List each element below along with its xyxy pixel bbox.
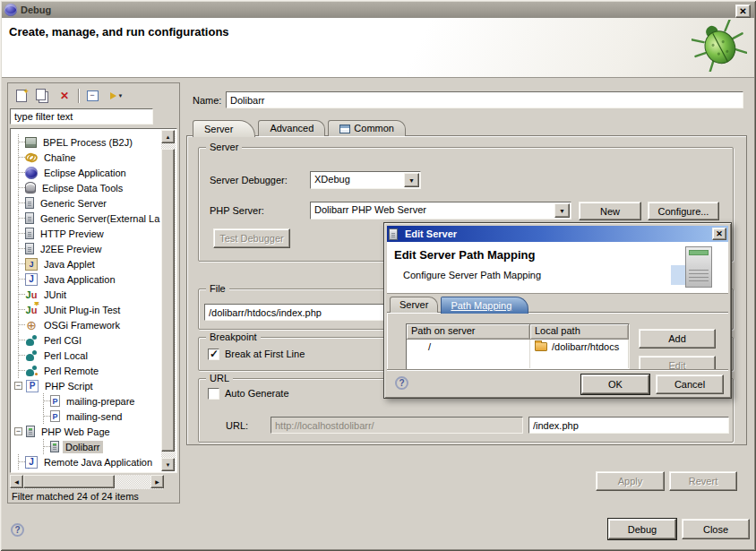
breakpoint-group-legend: Breakpoint <box>206 331 261 342</box>
tree-item-j2ee-preview[interactable]: J2EE Preview <box>11 241 161 256</box>
tree-item-bpel-process-b2j-[interactable]: BPEL Process (B2J) <box>11 134 161 150</box>
edit-server-body: Path on serverLocal path //dolibarr/htdo… <box>387 312 728 369</box>
cancel-button[interactable]: Cancel <box>656 375 724 394</box>
tree-item-php-script[interactable]: −PPHP Script <box>11 378 161 393</box>
auto-generate-label: Auto Generate <box>225 388 289 399</box>
php-file-icon: P <box>50 395 60 407</box>
tree-item-label: JUnit <box>41 288 69 301</box>
tab-common[interactable]: Common <box>328 120 406 136</box>
tab-server[interactable]: Server <box>193 120 255 137</box>
add-mapping-button[interactable]: Add <box>639 329 716 349</box>
collapse-expander-icon[interactable]: − <box>14 382 22 390</box>
tree-guide <box>13 332 25 348</box>
tree-guide <box>38 393 50 409</box>
tree-guide <box>13 180 25 195</box>
tree-item-generic-server[interactable]: Generic Server <box>11 195 161 211</box>
chevron-down-icon[interactable]: ▼ <box>404 173 419 187</box>
horizontal-scroll-thumb[interactable] <box>23 475 115 488</box>
test-debugger-button[interactable]: Test Debugger <box>213 228 290 248</box>
tree-item-junit[interactable]: JuJUnit <box>11 287 161 302</box>
debug-button[interactable]: Debug <box>608 519 676 539</box>
column-header-local-path[interactable]: Local path <box>530 324 629 340</box>
tree-item-perl-remote[interactable]: Perl Remote <box>11 363 161 378</box>
filter-input[interactable] <box>10 108 153 125</box>
tab-path-mapping[interactable]: Path Mapping <box>441 297 528 314</box>
junit-plugin-icon: Ju <box>25 304 38 316</box>
help-icon[interactable] <box>11 523 24 537</box>
url-path-input[interactable] <box>528 417 729 434</box>
tree-guide <box>13 195 25 211</box>
tree-item-java-application[interactable]: JJava Application <box>11 271 161 287</box>
new-server-button[interactable]: New <box>579 202 641 220</box>
edit-server-dialog: Edit Server ✕ Edit Server Path Mapping C… <box>383 222 732 399</box>
empty-row <box>407 354 629 368</box>
server-group-legend: Server <box>206 142 242 152</box>
vertical-scrollbar[interactable]: ▲ ▼ <box>161 130 176 471</box>
path-on-server-cell: / <box>407 340 530 354</box>
server-debugger-label: Server Debugger: <box>210 175 288 185</box>
mapping-row[interactable]: //dolibarr/htdocs <box>407 340 629 354</box>
new-config-icon[interactable] <box>13 89 30 103</box>
tree-item-eclipse-data-tools[interactable]: Eclipse Data Tools <box>11 180 161 195</box>
collapse-all-icon[interactable] <box>84 89 100 103</box>
auto-generate-checkbox[interactable] <box>208 388 219 400</box>
tree-item-generic-server-external-la[interactable]: Generic Server(External La <box>11 211 161 226</box>
edit-server-close-button[interactable]: ✕ <box>712 228 726 240</box>
title-bar[interactable]: Debug ✕ <box>2 2 754 18</box>
scroll-down-icon[interactable]: ▼ <box>161 458 175 471</box>
apply-button[interactable]: Apply <box>596 471 665 491</box>
debug-configurations-dialog: Debug ✕ Create, manage, and run configur… <box>0 0 756 551</box>
name-input[interactable] <box>226 91 743 108</box>
tree-item-label: Chaîne <box>41 151 78 164</box>
tree-item-cha-ne[interactable]: Chaîne <box>11 150 161 165</box>
php-server-select[interactable]: Dolibarr PHP Web Server ▼ <box>310 202 571 220</box>
server-debugger-select[interactable]: XDebug ▼ <box>310 171 421 189</box>
edit-server-help-icon[interactable] <box>395 376 408 390</box>
delete-config-icon[interactable] <box>56 89 73 103</box>
duplicate-config-icon[interactable] <box>35 89 51 103</box>
filter-menu-icon[interactable] <box>106 89 127 103</box>
tree-item-perl-local[interactable]: Perl Local <box>11 348 161 363</box>
folder-icon <box>535 342 547 351</box>
tree-item-eclipse-application[interactable]: Eclipse Application <box>11 165 161 180</box>
close-window-button[interactable]: ✕ <box>735 4 751 18</box>
tree-item-mailing-prepare[interactable]: Pmailing-prepare <box>11 393 161 409</box>
close-button[interactable]: Close <box>682 519 750 539</box>
tree-item-php-web-page[interactable]: −PHP Web Page <box>11 424 161 439</box>
tree-item-http-preview[interactable]: HTTP Preview <box>11 226 161 241</box>
url-base-input[interactable] <box>271 417 523 434</box>
tree-item-junit-plug-in-test[interactable]: JuJUnit Plug-in Test <box>11 302 161 317</box>
tree-item-label: J2EE Preview <box>38 243 104 255</box>
tab-advanced[interactable]: Advanced <box>258 120 325 136</box>
tree-guide <box>13 226 25 241</box>
scroll-left-icon[interactable]: ◀ <box>10 475 23 488</box>
scroll-right-icon[interactable]: ▶ <box>150 475 164 488</box>
edit-server-title-bar[interactable]: Edit Server <box>387 226 728 242</box>
column-header-path-on-server[interactable]: Path on server <box>407 324 530 340</box>
tree-guide <box>13 256 25 271</box>
revert-button[interactable]: Revert <box>669 471 737 491</box>
window-title: Debug <box>21 4 51 15</box>
vertical-scroll-thumb[interactable] <box>161 149 175 452</box>
tree-item-java-applet[interactable]: JJava Applet <box>11 256 161 271</box>
tree-guide <box>13 241 25 256</box>
tree-item-mailing-send[interactable]: Pmailing-send <box>11 409 161 424</box>
tree-item-dolibarr[interactable]: Dolibarr <box>11 439 161 454</box>
remote-java-icon: J <box>25 456 38 469</box>
tree-guide <box>13 287 25 302</box>
tree-item-perl-cgi[interactable]: Perl CGI <box>11 332 161 348</box>
tab-server[interactable]: Server <box>390 297 438 313</box>
applet-icon: J <box>25 258 38 271</box>
scroll-up-icon[interactable]: ▲ <box>161 130 175 143</box>
tree-guide <box>13 134 25 150</box>
server-icon <box>25 212 34 224</box>
ok-button[interactable]: OK <box>581 375 649 394</box>
tree-item-remote-java-application[interactable]: JRemote Java Application <box>11 454 161 469</box>
chevron-down-icon[interactable]: ▼ <box>554 203 570 218</box>
edit-mapping-button[interactable]: Edit <box>639 356 716 369</box>
horizontal-scrollbar[interactable]: ◀ ▶ <box>10 475 164 489</box>
collapse-expander-icon[interactable]: − <box>14 427 22 435</box>
break-first-line-checkbox[interactable] <box>208 349 219 360</box>
configure-server-button[interactable]: Configure... <box>648 202 719 220</box>
tree-item-osgi-framework[interactable]: ⊕OSGi Framework <box>11 317 161 332</box>
